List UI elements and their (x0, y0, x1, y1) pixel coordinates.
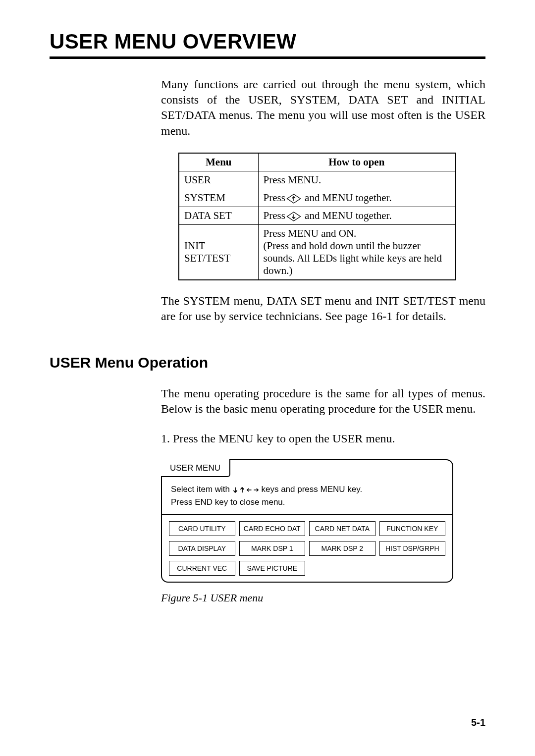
diamond-up-arrow-icon (286, 193, 301, 204)
table-cell-menu: DATA SET (179, 207, 258, 224)
table-cell-menu: SYSTEM (179, 189, 258, 207)
menu-button-mark-dsp-1[interactable]: MARK DSP 1 (239, 541, 306, 556)
menu-button-mark-dsp-2[interactable]: MARK DSP 2 (309, 541, 375, 556)
table-row: SYSTEM Press and MENU together. (179, 189, 455, 207)
menu-button-current-vec[interactable]: CURRENT VEC (169, 561, 235, 576)
instr-line2: Press END key to close menu. (171, 497, 285, 507)
step-1: 1. Press the MENU key to open the USER m… (161, 431, 485, 446)
instr-post: keys and press MENU key. (259, 485, 362, 494)
arrow-keys-icon (232, 486, 259, 493)
menu-button-card-utility[interactable]: CARD UTILITY (169, 521, 235, 536)
diamond-down-arrow-icon (286, 211, 301, 222)
table-header-how: How to open (258, 153, 455, 171)
operation-intro: The menu operating procedure is the same… (161, 386, 485, 417)
menu-button-function-key[interactable]: FUNCTION KEY (379, 521, 446, 536)
subheading: USER Menu Operation (50, 354, 485, 371)
menu-button-save-picture[interactable]: SAVE PICTURE (239, 561, 306, 576)
how-post-text: and MENU together. (302, 210, 392, 221)
table-cell-how: Press MENU. (258, 171, 455, 189)
menu-button-card-net-data[interactable]: CARD NET DATA (309, 521, 375, 536)
menu-buttons-grid: CARD UTILITY CARD ECHO DAT CARD NET DATA… (162, 515, 452, 576)
how-post-text: and MENU together. (302, 192, 392, 204)
menu-box-tab: USER MENU (161, 459, 230, 477)
figure-caption: Figure 5-1 USER menu (161, 592, 485, 604)
menu-table: Menu How to open USER Press MENU. SYSTEM… (178, 153, 456, 280)
instr-pre: Select item with (171, 485, 232, 494)
table-cell-menu: INIT SET/TEST (179, 225, 258, 280)
table-row: DATA SET Press and MENU together. (179, 207, 455, 224)
table-row: USER Press MENU. (179, 171, 455, 189)
table-cell-menu: USER (179, 171, 258, 189)
menu-button-hist-dsp-grph[interactable]: HIST DSP/GRPH (379, 541, 446, 556)
table-cell-how: Press and MENU together. (258, 207, 455, 224)
intro-paragraph: Many functions are carried out through t… (161, 77, 485, 139)
user-menu-box: USER MENU Select item with keys and pres… (161, 459, 453, 583)
menu-box-instructions: Select item with keys and press MENU key… (162, 477, 452, 515)
how-pre-text: Press (264, 192, 285, 204)
how-pre-text: Press (264, 210, 285, 221)
menu-button-data-display[interactable]: DATA DISPLAY (169, 541, 235, 556)
page-title: USER MENU OVERVIEW (50, 30, 485, 54)
table-row: INIT SET/TEST Press MENU and ON. (Press … (179, 225, 455, 280)
title-underline (50, 56, 485, 59)
page-number: 5-1 (471, 717, 485, 728)
table-cell-how: Press MENU and ON. (Press and hold down … (258, 225, 455, 280)
table-header-menu: Menu (179, 153, 258, 171)
table-cell-how: Press and MENU together. (258, 189, 455, 207)
post-table-paragraph: The SYSTEM menu, DATA SET menu and INIT … (161, 293, 485, 324)
menu-button-card-echo-dat[interactable]: CARD ECHO DAT (239, 521, 306, 536)
